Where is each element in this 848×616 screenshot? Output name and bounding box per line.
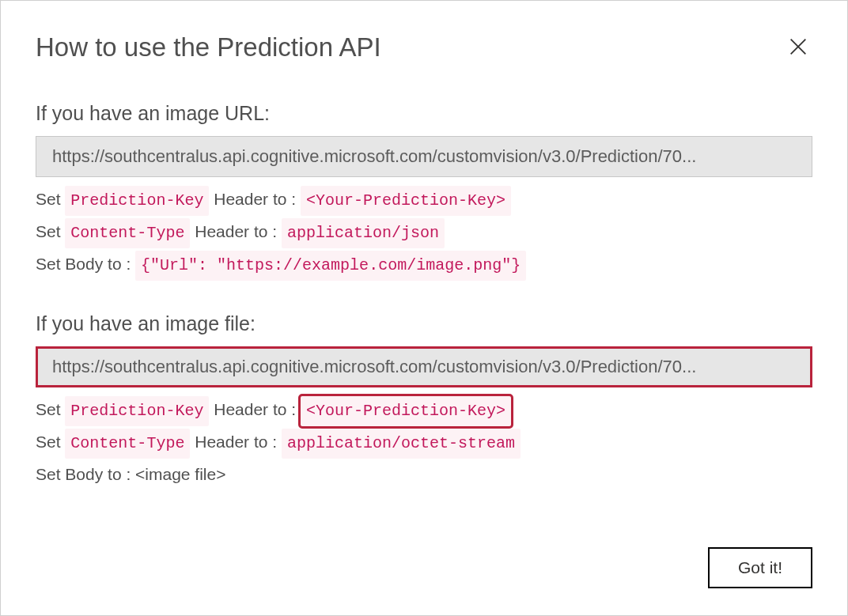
- image-file-endpoint[interactable]: https://southcentralus.api.cognitive.mic…: [36, 346, 812, 387]
- dialog-title: How to use the Prediction API: [36, 32, 381, 62]
- url-content-type-line: Set Content-Type Header to : application…: [36, 217, 812, 248]
- text: Header to :: [190, 433, 282, 451]
- content-type-chip: Content-Type: [65, 429, 190, 459]
- image-url-endpoint[interactable]: https://southcentralus.api.cognitive.mic…: [36, 136, 812, 177]
- image-file-title: If you have an image file:: [36, 312, 812, 335]
- content-type-chip: Content-Type: [65, 218, 190, 248]
- text: Set Body to :: [36, 255, 135, 273]
- prediction-key-value-chip: <Your-Prediction-Key>: [301, 396, 511, 426]
- image-url-section: If you have an image URL: https://southc…: [36, 102, 812, 281]
- file-body-line: Set Body to : <image file>: [36, 460, 812, 489]
- text: Set: [36, 190, 65, 208]
- text: Set: [36, 222, 65, 240]
- text: Header to :: [209, 400, 301, 418]
- url-body-line: Set Body to : {"Url": "https://example.c…: [36, 250, 812, 281]
- file-content-type-line: Set Content-Type Header to : application…: [36, 428, 812, 459]
- dialog-footer: Got it!: [708, 547, 812, 588]
- got-it-button[interactable]: Got it!: [708, 547, 812, 588]
- text: Set: [36, 400, 65, 418]
- content-type-value-chip: application/json: [282, 218, 445, 248]
- prediction-api-dialog: How to use the Prediction API If you hav…: [0, 0, 848, 616]
- close-icon: [787, 36, 809, 58]
- prediction-key-value-chip: <Your-Prediction-Key>: [301, 186, 511, 216]
- prediction-key-chip: Prediction-Key: [65, 186, 209, 216]
- file-prediction-key-line: Set Prediction-Key Header to : <Your-Pre…: [36, 395, 812, 426]
- text: Set: [36, 433, 65, 451]
- content-type-value-chip: application/octet-stream: [282, 429, 521, 459]
- prediction-key-chip: Prediction-Key: [65, 396, 209, 426]
- image-url-title: If you have an image URL:: [36, 102, 812, 125]
- body-value-chip: {"Url": "https://example.com/image.png"}: [135, 251, 526, 281]
- url-prediction-key-line: Set Prediction-Key Header to : <Your-Pre…: [36, 185, 812, 216]
- text: Header to :: [190, 222, 282, 240]
- image-file-section: If you have an image file: https://south…: [36, 312, 812, 489]
- text: Header to :: [209, 190, 301, 208]
- close-button[interactable]: [784, 32, 812, 61]
- dialog-header: How to use the Prediction API: [36, 32, 812, 62]
